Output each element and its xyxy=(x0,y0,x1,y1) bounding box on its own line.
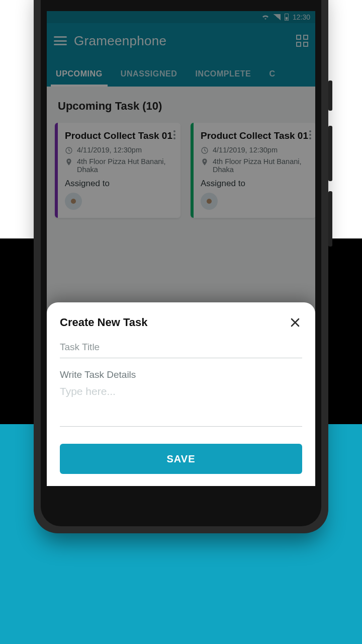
task-title-input[interactable] xyxy=(60,338,302,358)
create-task-sheet: Create New Task Write Task Details SAVE xyxy=(47,302,315,486)
close-icon[interactable] xyxy=(288,315,302,330)
task-details-input[interactable] xyxy=(60,383,302,427)
sheet-title: Create New Task xyxy=(60,316,147,329)
save-button[interactable]: SAVE xyxy=(60,444,302,474)
details-label: Write Task Details xyxy=(60,369,302,380)
app-screen: 12:30 Grameenphone UPCOMING UNASSIGNED I… xyxy=(47,11,315,486)
phone-frame: 12:30 Grameenphone UPCOMING UNASSIGNED I… xyxy=(34,0,328,533)
